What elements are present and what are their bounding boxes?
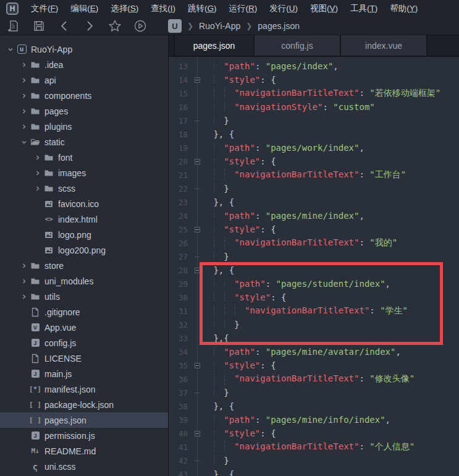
tree-item--idea[interactable]: .idea <box>0 57 168 72</box>
fold-collapse-box-icon[interactable] <box>195 77 200 83</box>
fold-toggle-icon[interactable] <box>191 159 203 164</box>
menu-item-v[interactable]: 视图(V) <box>304 0 344 17</box>
tree-item-utils[interactable]: utils <box>0 289 168 304</box>
fold-toggle-icon[interactable] <box>191 363 203 368</box>
menu-item-r[interactable]: 运行(R) <box>223 0 264 17</box>
tree-item-favicon-ico[interactable]: favicon.ico <box>0 196 168 211</box>
tree-item-App-vue[interactable]: VApp.vue <box>0 320 168 335</box>
save-icon[interactable] <box>32 19 46 33</box>
fold-collapse-box-icon[interactable] <box>195 268 200 273</box>
tree-item-pages-json[interactable]: [ ]pages.json <box>0 412 168 428</box>
fold-toggle-icon[interactable] <box>191 227 203 232</box>
editor-line-22[interactable]: 22 } <box>169 182 459 195</box>
fold-toggle-icon[interactable] <box>191 268 203 273</box>
run-icon[interactable] <box>133 19 148 33</box>
tree-item-components[interactable]: components <box>0 88 168 103</box>
tree-item-permission-js[interactable]: Jpermission.js <box>0 428 168 443</box>
tree-item-font[interactable]: font <box>0 150 168 165</box>
chevron-right-icon[interactable] <box>19 91 30 101</box>
menu-item-u[interactable]: 发行(U) <box>263 0 304 17</box>
fold-collapse-box-icon[interactable] <box>195 227 200 232</box>
editor-line-43[interactable]: 43 }, { <box>169 467 459 476</box>
editor-line-17[interactable]: 17 } <box>169 114 459 127</box>
chevron-right-icon[interactable] <box>32 184 43 193</box>
tree-item-logo-png[interactable]: logo.png <box>0 227 168 242</box>
tree-item-config-js[interactable]: Jconfig.js <box>0 335 168 351</box>
menu-item-s[interactable]: 选择(S) <box>104 0 145 17</box>
editor-line-39[interactable]: 39 "path": "pages/mine/info/index", <box>169 413 459 427</box>
tree-item-store[interactable]: store <box>0 258 168 273</box>
star-icon[interactable] <box>107 19 122 33</box>
editor-line-41[interactable]: 41 "navigationBarTitleText": "个人信息" <box>169 440 459 454</box>
fold-collapse-box-icon[interactable] <box>195 363 200 368</box>
editor-line-40[interactable]: 40 "style": { <box>169 427 459 440</box>
chevron-right-icon[interactable] <box>19 60 30 70</box>
editor-line-26[interactable]: 26 "navigationBarTitleText": "我的" <box>169 236 459 250</box>
menu-item-g[interactable]: 跳转(G) <box>182 0 223 17</box>
editor-line-33[interactable]: 33 },{ <box>169 331 459 345</box>
editor-line-35[interactable]: 35 "style": { <box>169 359 459 372</box>
tree-item--gitignore[interactable]: .gitignore <box>0 304 168 320</box>
editor-line-38[interactable]: 38 }, { <box>169 399 459 413</box>
code-editor[interactable]: 13 "path": "pages/index",14 "style": {15… <box>169 57 459 476</box>
tree-item-pages[interactable]: pages <box>0 103 168 119</box>
tree-item-scss[interactable]: scss <box>0 181 168 196</box>
editor-line-25[interactable]: 25 "style": { <box>169 223 459 236</box>
new-file-icon[interactable] <box>6 19 21 33</box>
tree-item-main-js[interactable]: Jmain.js <box>0 366 168 381</box>
editor-line-16[interactable]: 16 "navigationStyle": "custom" <box>169 100 459 114</box>
tree-item-uni-scss[interactable]: ςuni.scss <box>0 459 168 474</box>
breadcrumb-file[interactable]: pages.json <box>258 21 300 31</box>
chevron-right-icon[interactable] <box>19 106 30 116</box>
tree-item-LICENSE[interactable]: LICENSE <box>0 351 168 366</box>
editor-line-37[interactable]: 37 } <box>169 386 459 399</box>
editor-line-32[interactable]: 32 } <box>169 318 459 331</box>
back-icon[interactable] <box>57 19 72 33</box>
fold-collapse-box-icon[interactable] <box>195 159 200 164</box>
editor-line-36[interactable]: 36 "navigationBarTitleText": "修改头像" <box>169 372 459 386</box>
chevron-right-icon[interactable] <box>19 261 30 271</box>
tree-item-manifest-json[interactable]: [*]manifest.json <box>0 381 168 397</box>
editor-line-13[interactable]: 13 "path": "pages/index", <box>169 59 459 73</box>
editor-line-21[interactable]: 21 "navigationBarTitleText": "工作台" <box>169 168 459 182</box>
editor-line-28[interactable]: 28 }, { <box>169 263 459 277</box>
chevron-right-icon[interactable] <box>32 168 43 178</box>
fold-toggle-icon[interactable] <box>191 77 203 83</box>
tree-item-uni_modules[interactable]: uni_modules <box>0 273 168 289</box>
chevron-right-icon[interactable] <box>19 276 30 286</box>
tree-item-logo200-png[interactable]: logo200.png <box>0 242 168 258</box>
chevron-down-icon[interactable] <box>5 45 16 54</box>
editor-line-19[interactable]: 19 "path": "pages/work/index", <box>169 141 459 155</box>
fold-toggle-icon[interactable] <box>191 431 203 436</box>
menu-item-i[interactable]: 查找(I) <box>145 0 182 17</box>
tab-config-js[interactable]: config.js <box>255 35 341 56</box>
chevron-right-icon[interactable] <box>32 153 43 163</box>
chevron-down-icon[interactable] <box>19 137 30 147</box>
tab-pages-json[interactable]: pages.json <box>174 35 255 56</box>
menu-item-e[interactable]: 编辑(E) <box>64 0 104 17</box>
editor-line-14[interactable]: 14 "style": { <box>169 73 459 87</box>
forward-icon[interactable] <box>82 19 97 33</box>
breadcrumb-project[interactable]: RuoYi-App <box>199 21 240 31</box>
editor-line-30[interactable]: 30 "style": { <box>169 291 459 304</box>
tree-item-index-html[interactable]: <>index.html <box>0 211 168 227</box>
tree-item-static[interactable]: static <box>0 134 168 150</box>
editor-line-31[interactable]: 31 "navigationBarTitleText": "学生" <box>169 304 459 318</box>
tree-item-api[interactable]: api <box>0 72 168 88</box>
editor-line-23[interactable]: 23 }, { <box>169 195 459 209</box>
editor-line-34[interactable]: 34 "path": "pages/mine/avatar/index", <box>169 345 459 359</box>
menu-item-t[interactable]: 工具(T) <box>344 0 384 17</box>
tab-index-vue[interactable]: index.vue <box>341 35 427 56</box>
tree-item-images[interactable]: images <box>0 165 168 181</box>
tree-item-plugins[interactable]: plugins <box>0 119 168 134</box>
editor-line-20[interactable]: 20 "style": { <box>169 155 459 168</box>
chevron-right-icon[interactable] <box>19 292 30 302</box>
fold-collapse-box-icon[interactable] <box>195 431 200 436</box>
chevron-right-icon[interactable] <box>19 122 30 132</box>
tree-item-package-lock-json[interactable]: [ ]package-lock.json <box>0 397 168 412</box>
editor-line-15[interactable]: 15 "navigationBarTitleText": "若依移动端框架" <box>169 87 459 100</box>
tree-item-RuoYi-App[interactable]: uRuoYi-App <box>0 41 168 57</box>
editor-line-29[interactable]: 29 "path": "pages/student/index", <box>169 277 459 291</box>
menu-item-f[interactable]: 文件(F) <box>25 0 64 17</box>
chevron-right-icon[interactable] <box>19 75 30 85</box>
